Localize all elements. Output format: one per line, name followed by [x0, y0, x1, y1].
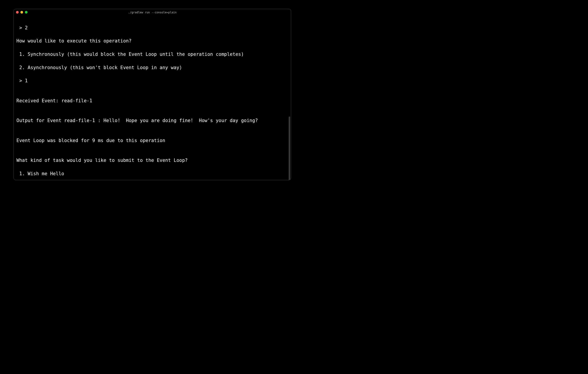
title-bar: ./gradlew run --console=plain: [14, 9, 291, 15]
terminal-line: > 1: [16, 77, 288, 84]
terminal-line: What kind of task would you like to subm…: [16, 157, 288, 164]
terminal-line: 1. Wish me Hello: [16, 171, 288, 177]
terminal-line: > 2: [16, 25, 288, 31]
terminal-line: How would like to execute this operation…: [16, 38, 288, 44]
terminal-line: Event Loop was blocked for 9 ms due to t…: [16, 137, 288, 144]
terminal-body[interactable]: > 2 How would like to execute this opera…: [14, 15, 291, 180]
terminal-window: ./gradlew run --console=plain > 2 How wo…: [13, 9, 291, 180]
traffic-lights: [16, 11, 28, 13]
scrollbar-thumb[interactable]: [289, 117, 290, 180]
terminal-line: 2. Asynchronously (this won't block Even…: [16, 65, 288, 71]
maximize-icon[interactable]: [25, 11, 28, 13]
window-title: ./gradlew run --console=plain: [14, 11, 291, 14]
terminal-line: Received Event: read-file-1: [16, 98, 288, 104]
close-icon[interactable]: [16, 11, 19, 13]
terminal-line: 1. Synchronously (this would block the E…: [16, 51, 288, 58]
minimize-icon[interactable]: [21, 11, 23, 13]
terminal-line: Output for Event read-file-1 : Hello! Ho…: [16, 117, 288, 124]
